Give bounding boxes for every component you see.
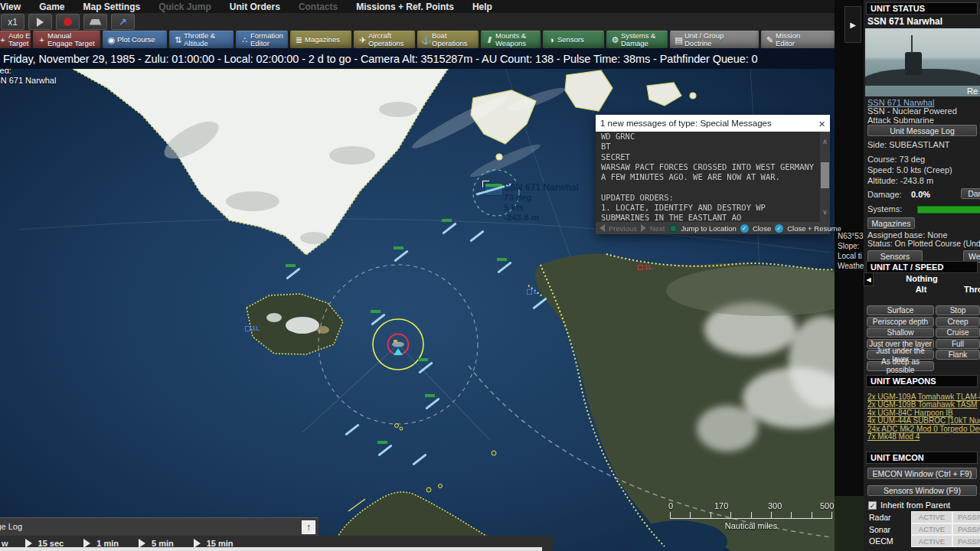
sonar-contact[interactable] — [417, 358, 436, 377]
expand-log-button[interactable]: ↑ — [302, 520, 315, 534]
contact-strength-bar — [286, 264, 296, 267]
sonar-contact[interactable] — [344, 420, 362, 439]
menu-missions-ref-points[interactable]: Missions + Ref. Points — [356, 2, 454, 12]
emcon-active-button[interactable]: ACTIVE — [911, 535, 952, 547]
toolbar-auto-engage-target[interactable]: + Auto Engage Target — [0, 31, 31, 48]
unit-message-log-button[interactable]: Unit Message Log — [867, 125, 977, 136]
toolbar-formation-editor[interactable]: ∴ Formation Editor — [236, 31, 288, 48]
toolbar-mounts-weapons[interactable]: /// Mounts & Weapons — [481, 31, 541, 48]
toolbar-aircraft-operations[interactable]: ✈ Aircraft Operations — [354, 31, 415, 48]
throttle-preset-button[interactable]: Cruise — [936, 328, 980, 337]
scale-unit-label: Nautical miles — [670, 521, 832, 530]
menu-unit-orders[interactable]: Unit Orders — [230, 2, 280, 12]
map-marker[interactable]: 1L — [638, 263, 653, 271]
alt-preset-button[interactable]: Surface — [867, 305, 934, 315]
emcon-passive-button[interactable]: PASSIVE — [952, 535, 980, 547]
menu-contacts[interactable]: Contacts — [299, 2, 338, 12]
throttle-preset-button[interactable]: Stop — [936, 305, 980, 315]
close-resume-button[interactable]: Close + Resume — [787, 224, 841, 233]
sensors-window-button[interactable]: Sensors Window (F9) — [867, 485, 977, 496]
alt-preset-button[interactable]: Shallow — [867, 328, 934, 337]
record-button[interactable] — [56, 14, 80, 30]
alt-preset-button[interactable]: As deep as possible — [867, 361, 934, 371]
magazines-button[interactable]: Magazines — [867, 217, 915, 229]
sonar-contact[interactable] — [393, 246, 411, 265]
next-button[interactable]: Next — [650, 224, 665, 233]
time-compression-button[interactable]: x1 — [1, 14, 24, 30]
previous-button[interactable]: Previous — [609, 224, 637, 233]
sonar-contact[interactable] — [441, 219, 459, 237]
emcon-row: Sonar ACTIVE PASSIVE — [867, 523, 980, 536]
throttle-preset-button[interactable]: Creep — [936, 317, 980, 327]
sonar-contact[interactable] — [411, 450, 430, 468]
close-icon[interactable]: × — [818, 118, 825, 129]
alt-speed-selection: Nothing — [864, 274, 980, 283]
emcon-active-button[interactable]: ACTIVE — [911, 511, 952, 523]
menu-view[interactable]: View — [0, 2, 21, 12]
emcon-window-button[interactable]: EMCON Window (Ctrl + F9) — [867, 468, 977, 479]
scale-tick-label: 500 — [820, 501, 834, 510]
sonar-contact[interactable] — [531, 294, 550, 312]
menu-help[interactable]: Help — [472, 2, 492, 12]
message-log-bar[interactable]: Message Log ↑ — [0, 517, 318, 536]
contact-strength-bar — [425, 394, 435, 397]
mounts-weapons-icon: /// — [482, 35, 495, 44]
weapon-link[interactable]: 7x Mk48 Mod 4 — [867, 433, 980, 441]
contact-vector-icon — [377, 445, 392, 457]
popup-title-bar[interactable]: 1 new messages of type: Special Messages… — [596, 115, 830, 132]
damage-label: Damage: — [867, 190, 902, 199]
message-line: A FEW MINUTES AGO. WE ARE NOW AT WAR. — [601, 172, 819, 182]
submarine-silhouette — [865, 69, 980, 86]
map-marker[interactable]: 1L — [245, 324, 260, 332]
toolbar-throttle-altitude[interactable]: ⇅ Throttle & Altitude — [169, 31, 234, 48]
menu-game[interactable]: Game — [39, 2, 64, 12]
throttle-column-header: Throttle — [936, 285, 980, 294]
sidebar-collapse-strip: ▶ N63°53Slope:Local tiWeathe — [835, 0, 864, 551]
bridge-view-button[interactable] — [83, 14, 107, 30]
sonar-contact[interactable] — [370, 310, 388, 328]
formation-editor-icon: ∴ — [237, 35, 250, 45]
toolbar-manual-engage-target[interactable]: + Manual Engage Target — [33, 31, 100, 48]
play-button[interactable] — [28, 14, 52, 30]
toolbar-magazines[interactable]: ≣ Magazines — [290, 31, 351, 48]
scroll-down-icon[interactable]: ∨ — [820, 208, 830, 216]
message-line: SECRET — [601, 152, 819, 162]
toolbar-boat-operations[interactable]: ⚓ Boat Operations — [417, 31, 479, 48]
sonar-contact[interactable] — [469, 227, 487, 245]
toolbar-sensors[interactable]: ◑ Sensors — [543, 31, 604, 48]
alt-preset-button[interactable]: Periscope depth — [867, 317, 934, 327]
toolbar-systems-damage[interactable]: ⚙ Systems & Damage — [606, 31, 668, 48]
popup-scrollbar[interactable]: ∧ ∨ — [820, 132, 830, 222]
jump-to-button[interactable]: ↗ — [111, 14, 135, 30]
damage-button[interactable]: Damage — [961, 188, 980, 199]
menu-map-settings[interactable]: Map Settings — [83, 2, 141, 12]
sonar-contact[interactable] — [424, 394, 443, 412]
popup-message-body: WD GRNCBTSECRETWARSAW PACT FORCES CROSSE… — [596, 132, 830, 222]
jump-to-location-icon — [669, 224, 678, 233]
menu-quick-jump[interactable]: Quick Jump — [158, 2, 211, 12]
scroll-up-icon[interactable]: ∧ — [820, 138, 830, 145]
throttle-preset-button[interactable]: Full — [936, 339, 980, 349]
jump-to-location-button[interactable]: Jump to Location — [681, 224, 737, 233]
pulse-progress-bar — [0, 547, 542, 551]
map-marker[interactable]: L — [527, 288, 538, 295]
close-button[interactable]: Close — [753, 224, 771, 233]
toolbar-mission-editor[interactable]: ✎ Mission Editor — [761, 31, 835, 48]
message-line: WARSAW PACT FORCES CROSSED INTO WEST GER… — [601, 162, 819, 172]
sonar-contact[interactable] — [285, 264, 303, 282]
sonar-contact[interactable] — [496, 258, 514, 276]
checkbox-checked-icon[interactable]: ✓ — [868, 501, 877, 510]
sonar-contact[interactable] — [377, 441, 395, 459]
unit-photo: Re — [865, 28, 980, 96]
ownship-unit-icon[interactable] — [485, 183, 505, 197]
toolbar-unit-group-doctrine[interactable]: ▤ Unit / Group Doctrine — [670, 31, 759, 48]
emcon-passive-button[interactable]: PASSIVE — [952, 511, 980, 523]
unit-emcon-header: UNIT EMCON — [866, 452, 978, 464]
sidebar-expand-button[interactable]: ▶ — [844, 6, 861, 43]
toolbar-plot-course[interactable]: ◉ Plot Course — [103, 31, 167, 48]
emcon-active-button[interactable]: ACTIVE — [911, 523, 952, 536]
emcon-passive-button[interactable]: PASSIVE — [952, 523, 980, 536]
throttle-preset-button[interactable]: Flank — [936, 350, 980, 360]
scroll-thumb[interactable] — [821, 162, 829, 188]
magazines-icon: ≣ — [292, 35, 305, 45]
